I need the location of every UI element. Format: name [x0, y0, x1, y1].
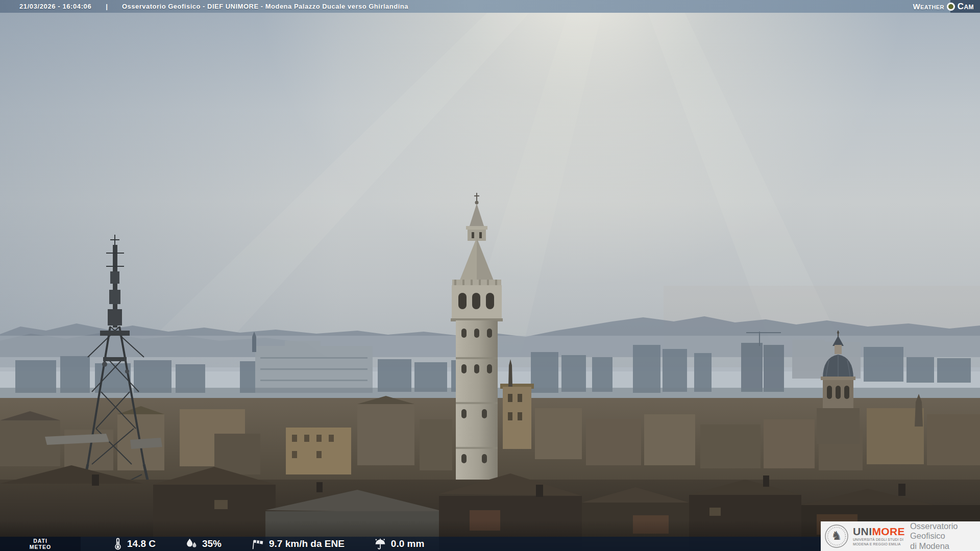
observatory-name: Osservatorio Geofisico di Modena: [910, 521, 977, 551]
windsock-icon: [251, 538, 264, 550]
dati-line1: DATI: [33, 538, 47, 544]
separator: |: [106, 3, 108, 10]
dati-line2: METEO: [30, 544, 51, 550]
rain-reading: 0.0 mm: [374, 538, 424, 550]
subtitle-line2: MODENA E REGGIO EMILIA: [853, 542, 905, 547]
unimore-brand-block: UNIMORE UNIVERSITÀ DEGLI STUDI DI MODENA…: [853, 526, 905, 547]
rain-value: 0.0 mm: [391, 538, 424, 549]
thermometer-icon: [113, 538, 122, 550]
umbrella-icon: [374, 538, 386, 550]
webcam-photo: [0, 0, 980, 551]
weathercam-logo: Weather Cam: [913, 0, 980, 13]
brand-more: MORE: [872, 525, 905, 537]
dati-meteo-label: DATI METEO: [0, 537, 81, 551]
unimore-subtitle: UNIVERSITÀ DEGLI STUDI DI MODENA E REGGI…: [853, 538, 905, 547]
temperature-reading: 14.8 C: [113, 538, 156, 550]
unimore-wordmark: UNIMORE: [853, 526, 905, 537]
datetime-label: 21/03/2026 - 16:04:06: [19, 3, 91, 10]
weather-readings: 14.8 C 35% 9.7 km/h da ENE: [113, 538, 424, 550]
wind-value: 9.7 km/h da ENE: [269, 538, 345, 549]
humidity-value: 35%: [202, 538, 222, 549]
webcam-page: 21/03/2026 - 16:04:06 | Osservatorio Geo…: [0, 0, 980, 551]
org-line1: Osservatorio Geofisico: [910, 521, 977, 541]
temperature-value: 14.8 C: [127, 538, 156, 549]
unimore-seal-icon: ♞: [824, 524, 849, 548]
top-status-bar: 21/03/2026 - 16:04:06 | Osservatorio Geo…: [0, 0, 980, 13]
weathercam-word1: Weather: [913, 2, 944, 11]
subtitle-line1: UNIVERSITÀ DEGLI STUDI DI: [853, 538, 905, 542]
unimore-logo-panel: ♞ UNIMORE UNIVERSITÀ DEGLI STUDI DI MODE…: [821, 521, 980, 551]
org-line2: di Modena: [910, 541, 977, 551]
camera-title: Osservatorio Geofisico - DIEF UNIMORE - …: [122, 3, 408, 10]
wind-reading: 9.7 km/h da ENE: [251, 538, 345, 550]
brand-uni: UNI: [853, 525, 872, 537]
humidity-icon: [185, 538, 198, 549]
camera-lens-icon: [947, 3, 955, 11]
humidity-reading: 35%: [185, 538, 222, 549]
svg-text:♞: ♞: [831, 529, 842, 543]
